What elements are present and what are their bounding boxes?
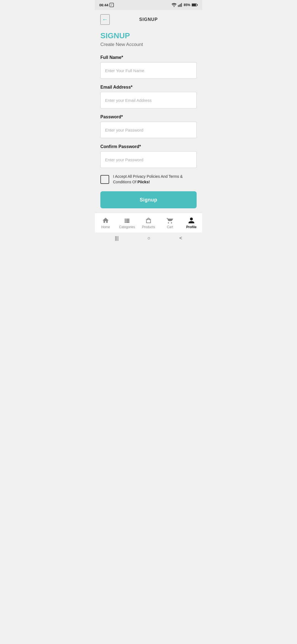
- signal-icon: [178, 3, 182, 7]
- password-label: Password*: [100, 114, 197, 119]
- full-name-group: Full Name*: [100, 55, 197, 79]
- svg-rect-3: [180, 4, 181, 7]
- status-time: 06:44 ✓: [99, 3, 114, 7]
- svg-rect-2: [179, 4, 180, 7]
- nav-item-profile[interactable]: Profile: [181, 215, 202, 231]
- main-content: SIGNUP Create New Account Full Name* Ema…: [95, 27, 202, 213]
- confirm-password-input[interactable]: [100, 151, 197, 168]
- android-nav: ||| ○ <: [95, 233, 202, 244]
- android-menu-button[interactable]: |||: [115, 235, 119, 241]
- nav-item-products[interactable]: Products: [138, 215, 159, 231]
- svg-rect-4: [181, 3, 182, 7]
- full-name-input[interactable]: [100, 62, 197, 79]
- terms-checkbox[interactable]: [100, 175, 109, 184]
- page-subtitle: Create New Account: [100, 42, 197, 47]
- password-input[interactable]: [100, 122, 197, 138]
- nav-item-home[interactable]: Home: [95, 215, 116, 231]
- svg-point-0: [174, 6, 175, 7]
- terms-row: I Accept All Privacy Policies And Terms …: [100, 174, 197, 185]
- email-group: Email Address*: [100, 85, 197, 108]
- page-title: SIGNUP: [100, 31, 197, 40]
- home-icon: [102, 217, 109, 224]
- nav-label-categories: Categories: [119, 225, 135, 229]
- products-icon: [145, 217, 152, 224]
- svg-rect-7: [197, 4, 198, 6]
- email-input[interactable]: [100, 92, 197, 108]
- email-label: Email Address*: [100, 85, 197, 90]
- android-home-button[interactable]: ○: [147, 235, 150, 241]
- confirm-password-label: Confirm Password*: [100, 144, 197, 149]
- back-button[interactable]: ←: [100, 14, 110, 25]
- svg-rect-6: [192, 4, 196, 6]
- bottom-nav: Home Categories Products Cart Profile: [95, 213, 202, 233]
- signup-button[interactable]: Signup: [100, 191, 197, 208]
- header-title: SIGNUP: [139, 17, 158, 22]
- profile-icon: [188, 217, 195, 224]
- battery-icon: [192, 3, 198, 7]
- categories-icon: [123, 217, 131, 224]
- svg-rect-1: [178, 5, 178, 7]
- confirm-password-group: Confirm Password*: [100, 144, 197, 168]
- nav-label-home: Home: [101, 225, 110, 229]
- header: ← SIGNUP: [95, 10, 202, 27]
- status-icons: 85%: [172, 3, 198, 7]
- wifi-icon: [172, 3, 177, 7]
- full-name-label: Full Name*: [100, 55, 197, 60]
- password-group: Password*: [100, 114, 197, 138]
- status-bar: 06:44 ✓ 85%: [95, 0, 202, 10]
- terms-text: I Accept All Privacy Policies And Terms …: [113, 174, 197, 185]
- battery-percent: 85%: [184, 3, 190, 7]
- nav-label-profile: Profile: [186, 225, 196, 229]
- cart-icon: [166, 217, 174, 224]
- nav-item-categories[interactable]: Categories: [116, 215, 138, 231]
- android-back-button[interactable]: <: [179, 235, 182, 241]
- status-check-icon: ✓: [109, 3, 114, 7]
- nav-label-products: Products: [142, 225, 155, 229]
- nav-label-cart: Cart: [167, 225, 173, 229]
- nav-item-cart[interactable]: Cart: [159, 215, 181, 231]
